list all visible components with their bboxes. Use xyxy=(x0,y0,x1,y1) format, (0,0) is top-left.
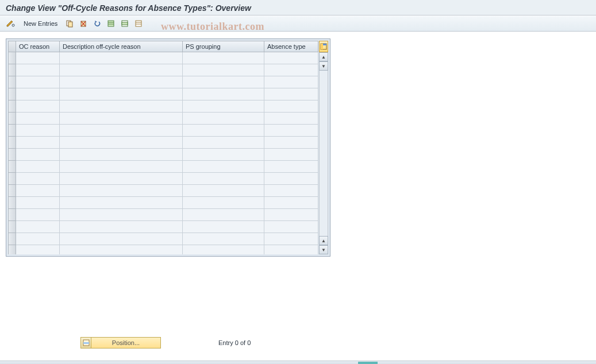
cell-description[interactable] xyxy=(60,245,183,254)
cell-description[interactable] xyxy=(60,185,183,197)
cell-oc-reason[interactable] xyxy=(16,88,60,100)
cell-oc-reason[interactable] xyxy=(16,161,60,173)
cell-absence-type[interactable] xyxy=(264,185,318,197)
cell-description[interactable] xyxy=(60,113,183,125)
cell-absence-type[interactable] xyxy=(264,245,318,254)
cell-description[interactable] xyxy=(60,197,183,209)
row-selector[interactable] xyxy=(8,221,16,233)
cell-description[interactable] xyxy=(60,125,183,137)
cell-ps-grouping[interactable] xyxy=(183,221,264,233)
row-selector[interactable] xyxy=(8,76,16,88)
row-selector[interactable] xyxy=(8,113,16,125)
row-selector[interactable] xyxy=(8,161,16,173)
cell-description[interactable] xyxy=(60,52,183,64)
row-selector[interactable] xyxy=(8,233,16,245)
cell-description[interactable] xyxy=(60,221,183,233)
position-button[interactable]: Position... xyxy=(80,337,161,348)
scroll-down-bottom-button[interactable]: ▼ xyxy=(319,245,328,254)
row-selector[interactable] xyxy=(8,100,16,113)
row-selector[interactable] xyxy=(8,52,16,64)
new-entries-button[interactable]: New Entries xyxy=(20,18,61,29)
cell-absence-type[interactable] xyxy=(264,173,318,185)
row-selector[interactable] xyxy=(8,209,16,221)
cell-oc-reason[interactable] xyxy=(16,233,60,245)
row-selector[interactable] xyxy=(8,64,16,76)
cell-oc-reason[interactable] xyxy=(16,64,60,76)
cell-oc-reason[interactable] xyxy=(16,209,60,221)
cell-ps-grouping[interactable] xyxy=(183,161,264,173)
cell-ps-grouping[interactable] xyxy=(183,137,264,149)
cell-absence-type[interactable] xyxy=(264,137,318,149)
cell-oc-reason[interactable] xyxy=(16,137,60,149)
deselect-all-button[interactable] xyxy=(133,18,144,29)
row-selector[interactable] xyxy=(8,197,16,209)
cell-oc-reason[interactable] xyxy=(16,100,60,113)
column-header-absence-type[interactable]: Absence type xyxy=(264,41,318,52)
cell-oc-reason[interactable] xyxy=(16,173,60,185)
select-block-button[interactable] xyxy=(119,18,130,29)
cell-absence-type[interactable] xyxy=(264,64,318,76)
cell-ps-grouping[interactable] xyxy=(183,64,264,76)
cell-description[interactable] xyxy=(60,100,183,113)
select-all-button[interactable] xyxy=(105,18,117,29)
cell-absence-type[interactable] xyxy=(264,52,318,64)
cell-description[interactable] xyxy=(60,88,183,100)
scroll-track[interactable] xyxy=(319,71,328,236)
row-selector[interactable] xyxy=(8,149,16,161)
cell-oc-reason[interactable] xyxy=(16,76,60,88)
cell-description[interactable] xyxy=(60,161,183,173)
cell-oc-reason[interactable] xyxy=(16,221,60,233)
scroll-down-button[interactable]: ▼ xyxy=(319,61,328,71)
cell-description[interactable] xyxy=(60,137,183,149)
cell-oc-reason[interactable] xyxy=(16,149,60,161)
row-selector-header[interactable] xyxy=(8,41,16,52)
row-selector[interactable] xyxy=(8,185,16,197)
cell-ps-grouping[interactable] xyxy=(183,197,264,209)
cell-absence-type[interactable] xyxy=(264,221,318,233)
toggle-display-button[interactable] xyxy=(5,18,17,29)
table-settings-button[interactable] xyxy=(319,41,328,52)
cell-absence-type[interactable] xyxy=(264,209,318,221)
cell-absence-type[interactable] xyxy=(264,149,318,161)
delete-button[interactable] xyxy=(78,18,89,29)
cell-oc-reason[interactable] xyxy=(16,245,60,254)
cell-oc-reason[interactable] xyxy=(16,197,60,209)
cell-absence-type[interactable] xyxy=(264,113,318,125)
cell-absence-type[interactable] xyxy=(264,233,318,245)
cell-description[interactable] xyxy=(60,149,183,161)
row-selector[interactable] xyxy=(8,173,16,185)
copy-button[interactable] xyxy=(64,18,75,29)
row-selector[interactable] xyxy=(8,88,16,100)
column-header-description[interactable]: Description off-cycle reason xyxy=(60,41,183,52)
row-selector[interactable] xyxy=(8,125,16,137)
cell-description[interactable] xyxy=(60,233,183,245)
cell-description[interactable] xyxy=(60,76,183,88)
cell-ps-grouping[interactable] xyxy=(183,173,264,185)
cell-absence-type[interactable] xyxy=(264,88,318,100)
cell-ps-grouping[interactable] xyxy=(183,245,264,254)
scroll-up-button[interactable]: ▲ xyxy=(319,52,328,61)
cell-absence-type[interactable] xyxy=(264,197,318,209)
cell-oc-reason[interactable] xyxy=(16,125,60,137)
column-header-ps-grouping[interactable]: PS grouping xyxy=(183,41,264,52)
cell-ps-grouping[interactable] xyxy=(183,113,264,125)
column-header-oc-reason[interactable]: OC reason xyxy=(16,41,60,52)
cell-description[interactable] xyxy=(60,64,183,76)
cell-ps-grouping[interactable] xyxy=(183,185,264,197)
cell-description[interactable] xyxy=(60,173,183,185)
cell-oc-reason[interactable] xyxy=(16,52,60,64)
cell-ps-grouping[interactable] xyxy=(183,233,264,245)
cell-oc-reason[interactable] xyxy=(16,113,60,125)
cell-absence-type[interactable] xyxy=(264,161,318,173)
cell-ps-grouping[interactable] xyxy=(183,125,264,137)
cell-ps-grouping[interactable] xyxy=(183,76,264,88)
scroll-up-bottom-button[interactable]: ▲ xyxy=(319,236,328,245)
cell-absence-type[interactable] xyxy=(264,100,318,113)
cell-ps-grouping[interactable] xyxy=(183,100,264,113)
cell-oc-reason[interactable] xyxy=(16,185,60,197)
row-selector[interactable] xyxy=(8,137,16,149)
cell-absence-type[interactable] xyxy=(264,125,318,137)
cell-description[interactable] xyxy=(60,209,183,221)
row-selector[interactable] xyxy=(8,245,16,254)
cell-ps-grouping[interactable] xyxy=(183,149,264,161)
